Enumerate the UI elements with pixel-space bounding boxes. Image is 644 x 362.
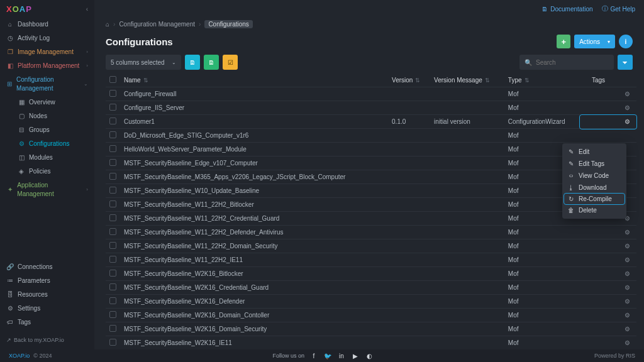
table-row[interactable]: MSTF_SecurityBaseline_W2K16_Credential_G… <box>106 281 636 295</box>
columns-selector[interactable]: 5 columns selected⌄ <box>106 55 181 70</box>
get-help-link[interactable]: ⓘGet Help <box>602 4 635 13</box>
row-checkbox[interactable] <box>109 159 116 166</box>
row-checkbox[interactable] <box>109 145 116 152</box>
table-row[interactable]: MSTF_SecurityBaseline_W11_22H2_Domain_Se… <box>106 239 636 253</box>
facebook-icon[interactable]: f <box>309 351 318 360</box>
row-checkbox[interactable] <box>109 297 116 304</box>
table-row[interactable]: Configure_FirewallMof⚙ <box>106 87 636 101</box>
twitter-icon[interactable]: 🐦 <box>323 351 332 360</box>
table-row[interactable]: MSTF_SecurityBaseline_W2K16_Domain_Conto… <box>106 309 636 322</box>
ctx-view-code[interactable]: ‹›View Code <box>562 170 626 182</box>
table-row[interactable]: HelloWorld_WebServer_Parameter_ModuleMof <box>106 143 636 156</box>
table-row[interactable]: Configure_IIS_ServerMof⚙ <box>106 101 636 115</box>
table-row[interactable]: MSTF_SecurityBaseline_W11_22H2_Bitlocker… <box>106 198 636 212</box>
youtube-icon[interactable]: ▶ <box>351 351 360 360</box>
nav-sub-overview[interactable]: ▦Overview <box>0 96 94 109</box>
table-row[interactable]: DoD_Microsoft_Edge_STIG_Computer_v1r6Mof <box>106 129 636 143</box>
nav-dashboard[interactable]: ⌂Dashboard <box>0 18 94 31</box>
nav-parameters[interactable]: ≔Parameters <box>0 274 94 288</box>
row-checkbox[interactable] <box>109 256 116 263</box>
table-row[interactable]: MSTF_SecurityBaseline_W11_22H2_Credentia… <box>106 212 636 226</box>
row-gear-button[interactable]: ⚙ <box>580 226 636 239</box>
select-all-button[interactable]: ☑ <box>223 55 238 70</box>
row-gear-button[interactable]: ⚙ <box>580 115 636 129</box>
nav-connections[interactable]: 🔗Connections <box>0 260 94 274</box>
nav-resources[interactable]: 🗄Resources <box>0 288 94 302</box>
back-to-portal[interactable]: ↗Back to my.XOAP.io <box>0 333 94 349</box>
row-checkbox[interactable] <box>109 187 116 194</box>
col-type[interactable]: Type⇅ <box>504 74 580 87</box>
github-icon[interactable]: ◐ <box>365 351 374 360</box>
row-gear-button[interactable]: ⚙ <box>580 253 636 267</box>
row-checkbox[interactable] <box>109 200 116 207</box>
nav-sub-policies[interactable]: ◈Policies <box>0 165 94 178</box>
row-checkbox[interactable] <box>109 104 116 111</box>
add-button[interactable]: + <box>557 35 570 48</box>
export-sheet-button[interactable]: 🗎 <box>204 55 219 70</box>
nav-platform-mgmt[interactable]: ◧Platform Management› <box>0 59 94 73</box>
row-gear-button[interactable]: ⚙ <box>580 101 636 115</box>
table-row[interactable]: MSTF_SecurityBaseline_W11_22H2_IE11Mof⚙ <box>106 253 636 267</box>
ctx-edit[interactable]: ✎Edit <box>562 146 626 158</box>
table-row[interactable]: MSTF_SecurityBaseline_W2K16_Domain_Secur… <box>106 322 636 336</box>
sidebar-collapse-icon[interactable]: ‹ <box>86 6 88 13</box>
row-checkbox[interactable] <box>109 270 116 277</box>
row-checkbox[interactable] <box>109 339 116 346</box>
row-gear-button[interactable]: ⚙ <box>580 309 636 322</box>
table-row[interactable]: MSTF_SecurityBaseline_W2K16_DefenderMof⚙ <box>106 295 636 309</box>
col-name[interactable]: Name⇅ <box>120 74 388 87</box>
row-gear-button[interactable]: ⚙ <box>580 267 636 281</box>
nav-sub-nodes[interactable]: ▢Nodes <box>0 109 94 123</box>
actions-dropdown[interactable]: Actions▾ <box>574 35 615 48</box>
table-row[interactable]: MSTF_SecurityBaseline_W10_Update_Baselin… <box>106 184 636 198</box>
table-row[interactable]: MSTF_SecurityBaseline_W2K16_IE11Mof⚙ <box>106 336 636 350</box>
row-checkbox[interactable] <box>109 173 116 180</box>
table-row[interactable]: Customer10.1.0initial versionConfigurati… <box>106 115 636 129</box>
row-gear-button[interactable]: ⚙ <box>580 336 636 350</box>
row-checkbox[interactable] <box>109 90 116 97</box>
nav-sub-configurations[interactable]: ⚙Configurations <box>0 137 94 151</box>
row-gear-button[interactable]: ⚙ <box>580 87 636 101</box>
nav-activity-log[interactable]: ◷Activity Log <box>0 31 94 45</box>
select-all-checkbox[interactable] <box>109 76 116 83</box>
home-icon[interactable]: ⌂ <box>106 21 109 28</box>
ctx-recompile[interactable]: ↻Re-Compile <box>564 194 625 204</box>
filter-button[interactable]: ⏷ <box>618 55 633 70</box>
ctx-download[interactable]: ⭳Download <box>562 182 626 194</box>
ctx-edit-tags[interactable]: ✎Edit Tags <box>562 158 626 170</box>
info-button[interactable]: i <box>619 35 633 48</box>
nav-sub-modules[interactable]: ◫Modules <box>0 151 94 165</box>
search-input[interactable] <box>536 59 609 66</box>
row-gear-button[interactable] <box>580 129 636 143</box>
footer-brand[interactable]: XOAP.io <box>9 353 30 359</box>
col-tags[interactable]: Tags <box>580 74 636 87</box>
row-gear-button[interactable]: ⚙ <box>580 322 636 336</box>
col-msg[interactable]: Version Message⇅ <box>430 74 504 87</box>
row-checkbox[interactable] <box>109 325 116 332</box>
row-checkbox[interactable] <box>109 131 116 138</box>
linkedin-icon[interactable]: in <box>337 351 346 360</box>
documentation-link[interactable]: 🗎Documentation <box>541 6 592 13</box>
row-gear-button[interactable]: ⚙ <box>580 295 636 309</box>
row-checkbox[interactable] <box>109 311 116 318</box>
row-checkbox[interactable] <box>109 242 116 249</box>
row-checkbox[interactable] <box>109 118 116 124</box>
nav-tags[interactable]: 🏷Tags <box>0 315 94 329</box>
table-row[interactable]: MSTF_SecurityBaseline_W2K16_BitlockerMof… <box>106 267 636 281</box>
nav-app-mgmt[interactable]: ✦Application Management› <box>0 178 94 201</box>
row-gear-button[interactable]: ⚙ <box>580 281 636 295</box>
col-version[interactable]: Version⇅ <box>388 74 430 87</box>
row-checkbox[interactable] <box>109 228 116 235</box>
table-row[interactable]: MSTF_SecurityBaseline_Edge_v107_Computer… <box>106 156 636 170</box>
nav-config-mgmt[interactable]: ⊞Configuration Management⌄ <box>0 73 94 96</box>
breadcrumb-link[interactable]: Configuration Management <box>119 21 195 28</box>
nav-settings[interactable]: ⚙Settings <box>0 302 94 315</box>
table-row[interactable]: MSTF_SecurityBaseline_M365_Apps_v2206_Le… <box>106 170 636 184</box>
row-checkbox[interactable] <box>109 283 116 290</box>
table-row[interactable]: MSTF_SecurityBaseline_W11_22H2_Defender_… <box>106 226 636 239</box>
nav-image-mgmt[interactable]: ❐Image Management› <box>0 45 94 59</box>
search-box[interactable]: 🔍 <box>519 55 614 70</box>
nav-sub-groups[interactable]: ⊟Groups <box>0 123 94 137</box>
export-file-button[interactable]: 🗎 <box>185 55 200 70</box>
ctx-delete[interactable]: 🗑Delete <box>562 204 626 216</box>
